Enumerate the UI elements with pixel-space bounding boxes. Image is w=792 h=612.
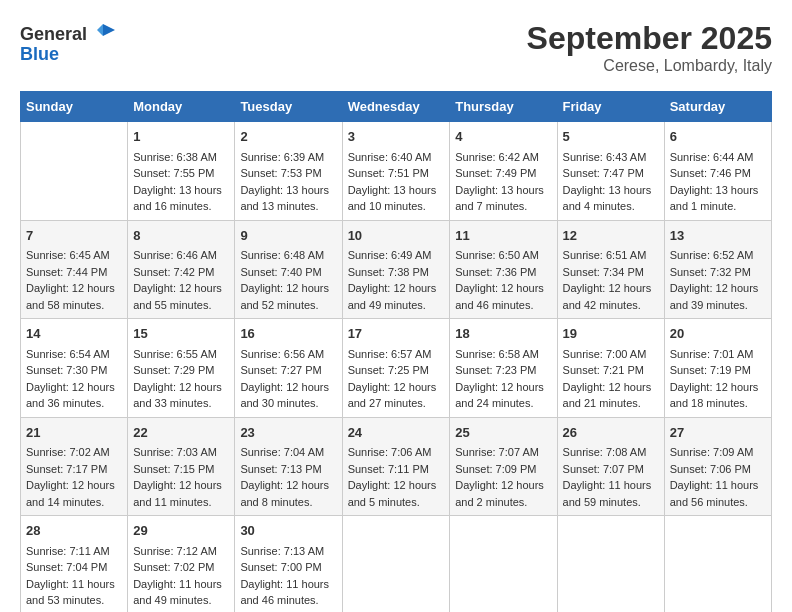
day-number: 23 (240, 423, 336, 443)
svg-marker-0 (103, 24, 115, 36)
day-number: 16 (240, 324, 336, 344)
day-number: 8 (133, 226, 229, 246)
day-number: 14 (26, 324, 122, 344)
day-number: 30 (240, 521, 336, 541)
day-number: 15 (133, 324, 229, 344)
svg-marker-1 (97, 24, 103, 36)
day-cell: 25Sunrise: 7:07 AMSunset: 7:09 PMDayligh… (450, 417, 557, 516)
day-number: 22 (133, 423, 229, 443)
logo-flag-icon (89, 20, 117, 48)
cell-info: Sunrise: 7:01 AMSunset: 7:19 PMDaylight:… (670, 346, 766, 412)
cell-info: Sunrise: 7:11 AMSunset: 7:04 PMDaylight:… (26, 543, 122, 609)
day-number: 12 (563, 226, 659, 246)
day-cell: 24Sunrise: 7:06 AMSunset: 7:11 PMDayligh… (342, 417, 450, 516)
logo: General Blue (20, 20, 117, 65)
day-number: 13 (670, 226, 766, 246)
day-number: 21 (26, 423, 122, 443)
day-cell: 12Sunrise: 6:51 AMSunset: 7:34 PMDayligh… (557, 220, 664, 319)
cell-info: Sunrise: 7:00 AMSunset: 7:21 PMDaylight:… (563, 346, 659, 412)
day-cell: 2Sunrise: 6:39 AMSunset: 7:53 PMDaylight… (235, 122, 342, 221)
cell-info: Sunrise: 6:51 AMSunset: 7:34 PMDaylight:… (563, 247, 659, 313)
col-header-thursday: Thursday (450, 92, 557, 122)
week-row-4: 21Sunrise: 7:02 AMSunset: 7:17 PMDayligh… (21, 417, 772, 516)
col-header-sunday: Sunday (21, 92, 128, 122)
day-cell: 27Sunrise: 7:09 AMSunset: 7:06 PMDayligh… (664, 417, 771, 516)
location-title: Cerese, Lombardy, Italy (527, 57, 772, 75)
col-header-tuesday: Tuesday (235, 92, 342, 122)
cell-info: Sunrise: 6:40 AMSunset: 7:51 PMDaylight:… (348, 149, 445, 215)
calendar-header-row: SundayMondayTuesdayWednesdayThursdayFrid… (21, 92, 772, 122)
cell-info: Sunrise: 6:39 AMSunset: 7:53 PMDaylight:… (240, 149, 336, 215)
cell-info: Sunrise: 7:13 AMSunset: 7:00 PMDaylight:… (240, 543, 336, 609)
day-cell: 22Sunrise: 7:03 AMSunset: 7:15 PMDayligh… (128, 417, 235, 516)
cell-info: Sunrise: 6:48 AMSunset: 7:40 PMDaylight:… (240, 247, 336, 313)
day-cell: 28Sunrise: 7:11 AMSunset: 7:04 PMDayligh… (21, 516, 128, 613)
day-cell: 17Sunrise: 6:57 AMSunset: 7:25 PMDayligh… (342, 319, 450, 418)
day-cell: 3Sunrise: 6:40 AMSunset: 7:51 PMDaylight… (342, 122, 450, 221)
day-number: 20 (670, 324, 766, 344)
week-row-3: 14Sunrise: 6:54 AMSunset: 7:30 PMDayligh… (21, 319, 772, 418)
day-number: 1 (133, 127, 229, 147)
day-cell: 21Sunrise: 7:02 AMSunset: 7:17 PMDayligh… (21, 417, 128, 516)
day-cell: 26Sunrise: 7:08 AMSunset: 7:07 PMDayligh… (557, 417, 664, 516)
day-cell: 9Sunrise: 6:48 AMSunset: 7:40 PMDaylight… (235, 220, 342, 319)
day-number: 28 (26, 521, 122, 541)
cell-info: Sunrise: 6:54 AMSunset: 7:30 PMDaylight:… (26, 346, 122, 412)
day-cell: 19Sunrise: 7:00 AMSunset: 7:21 PMDayligh… (557, 319, 664, 418)
cell-info: Sunrise: 6:49 AMSunset: 7:38 PMDaylight:… (348, 247, 445, 313)
day-cell: 15Sunrise: 6:55 AMSunset: 7:29 PMDayligh… (128, 319, 235, 418)
day-cell: 30Sunrise: 7:13 AMSunset: 7:00 PMDayligh… (235, 516, 342, 613)
day-cell: 10Sunrise: 6:49 AMSunset: 7:38 PMDayligh… (342, 220, 450, 319)
day-number: 2 (240, 127, 336, 147)
day-cell: 13Sunrise: 6:52 AMSunset: 7:32 PMDayligh… (664, 220, 771, 319)
cell-info: Sunrise: 6:52 AMSunset: 7:32 PMDaylight:… (670, 247, 766, 313)
day-number: 18 (455, 324, 551, 344)
cell-info: Sunrise: 6:45 AMSunset: 7:44 PMDaylight:… (26, 247, 122, 313)
calendar-table: SundayMondayTuesdayWednesdayThursdayFrid… (20, 91, 772, 612)
day-number: 24 (348, 423, 445, 443)
col-header-friday: Friday (557, 92, 664, 122)
day-cell: 1Sunrise: 6:38 AMSunset: 7:55 PMDaylight… (128, 122, 235, 221)
day-number: 3 (348, 127, 445, 147)
day-cell: 14Sunrise: 6:54 AMSunset: 7:30 PMDayligh… (21, 319, 128, 418)
week-row-2: 7Sunrise: 6:45 AMSunset: 7:44 PMDaylight… (21, 220, 772, 319)
day-cell (342, 516, 450, 613)
cell-info: Sunrise: 6:43 AMSunset: 7:47 PMDaylight:… (563, 149, 659, 215)
day-number: 9 (240, 226, 336, 246)
day-number: 27 (670, 423, 766, 443)
col-header-monday: Monday (128, 92, 235, 122)
header: General Blue September 2025 Cerese, Lomb… (20, 20, 772, 75)
cell-info: Sunrise: 7:09 AMSunset: 7:06 PMDaylight:… (670, 444, 766, 510)
day-cell (557, 516, 664, 613)
cell-info: Sunrise: 7:12 AMSunset: 7:02 PMDaylight:… (133, 543, 229, 609)
day-number: 10 (348, 226, 445, 246)
cell-info: Sunrise: 6:58 AMSunset: 7:23 PMDaylight:… (455, 346, 551, 412)
day-number: 6 (670, 127, 766, 147)
day-number: 25 (455, 423, 551, 443)
day-cell (21, 122, 128, 221)
cell-info: Sunrise: 7:02 AMSunset: 7:17 PMDaylight:… (26, 444, 122, 510)
day-number: 7 (26, 226, 122, 246)
day-number: 26 (563, 423, 659, 443)
cell-info: Sunrise: 6:50 AMSunset: 7:36 PMDaylight:… (455, 247, 551, 313)
cell-info: Sunrise: 7:08 AMSunset: 7:07 PMDaylight:… (563, 444, 659, 510)
cell-info: Sunrise: 6:56 AMSunset: 7:27 PMDaylight:… (240, 346, 336, 412)
day-cell: 23Sunrise: 7:04 AMSunset: 7:13 PMDayligh… (235, 417, 342, 516)
cell-info: Sunrise: 7:06 AMSunset: 7:11 PMDaylight:… (348, 444, 445, 510)
cell-info: Sunrise: 7:07 AMSunset: 7:09 PMDaylight:… (455, 444, 551, 510)
day-cell: 4Sunrise: 6:42 AMSunset: 7:49 PMDaylight… (450, 122, 557, 221)
week-row-1: 1Sunrise: 6:38 AMSunset: 7:55 PMDaylight… (21, 122, 772, 221)
cell-info: Sunrise: 7:04 AMSunset: 7:13 PMDaylight:… (240, 444, 336, 510)
day-number: 19 (563, 324, 659, 344)
day-cell: 18Sunrise: 6:58 AMSunset: 7:23 PMDayligh… (450, 319, 557, 418)
week-row-5: 28Sunrise: 7:11 AMSunset: 7:04 PMDayligh… (21, 516, 772, 613)
day-number: 5 (563, 127, 659, 147)
cell-info: Sunrise: 6:46 AMSunset: 7:42 PMDaylight:… (133, 247, 229, 313)
day-number: 17 (348, 324, 445, 344)
day-cell: 6Sunrise: 6:44 AMSunset: 7:46 PMDaylight… (664, 122, 771, 221)
day-number: 29 (133, 521, 229, 541)
day-cell: 7Sunrise: 6:45 AMSunset: 7:44 PMDaylight… (21, 220, 128, 319)
logo-blue-text: Blue (20, 44, 59, 65)
title-area: September 2025 Cerese, Lombardy, Italy (527, 20, 772, 75)
month-title: September 2025 (527, 20, 772, 57)
